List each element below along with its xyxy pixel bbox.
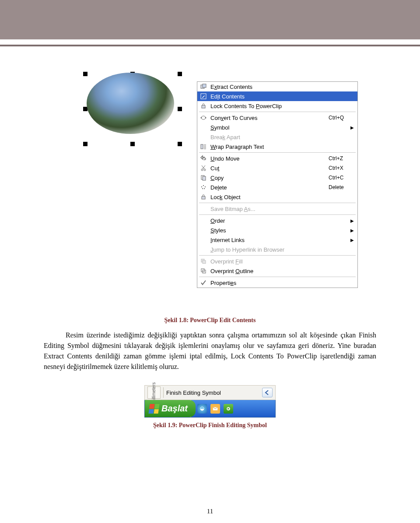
menu-item: Jump to Hyperlink in Browser bbox=[197, 245, 357, 254]
menu-item[interactable]: DeleteDelete bbox=[197, 183, 357, 192]
svg-point-12 bbox=[201, 169, 203, 171]
svg-rect-15 bbox=[203, 176, 206, 180]
start-button[interactable]: Başlat bbox=[145, 400, 196, 417]
clipped-image[interactable] bbox=[87, 73, 174, 134]
submenu-arrow-icon: ▶ bbox=[349, 218, 354, 223]
menu-item-label: Jump to Hyperlink in Browser bbox=[210, 246, 354, 253]
svg-rect-20 bbox=[204, 188, 205, 189]
selection-handle[interactable] bbox=[178, 107, 182, 111]
submenu-arrow-icon: ▶ bbox=[349, 238, 354, 242]
menu-item[interactable]: CutCtrl+X bbox=[197, 163, 357, 173]
selection-handle[interactable] bbox=[83, 72, 88, 76]
page-number: 11 bbox=[0, 508, 420, 515]
menu-item[interactable]: Styles▶ bbox=[197, 225, 357, 235]
menu-item-label: Wrap Paragraph Text bbox=[210, 144, 354, 150]
menu-item: Save Bitmap As... bbox=[197, 204, 357, 214]
menu-item-label: Save Bitmap As... bbox=[210, 206, 354, 212]
menu-item-label: Lock Object bbox=[210, 194, 354, 200]
lockobj-icon bbox=[199, 193, 208, 201]
menu-item-label: Cut bbox=[210, 165, 326, 172]
menu-item-label: Convert To Curves bbox=[210, 115, 326, 121]
email-icon[interactable] bbox=[210, 404, 220, 414]
start-label: Başlat bbox=[161, 404, 188, 414]
ie-icon[interactable] bbox=[197, 404, 207, 414]
context-menu: Extract ContentsEdit ContentsLock Conten… bbox=[197, 81, 358, 288]
menu-item-label: Order bbox=[210, 218, 346, 224]
menu-separator bbox=[199, 255, 356, 256]
menu-item-label: Overprint Fill bbox=[210, 258, 354, 265]
menu-icon-empty bbox=[199, 236, 208, 244]
menu-icon-empty bbox=[199, 226, 208, 234]
menu-item[interactable]: Internet Links▶ bbox=[197, 235, 357, 245]
selection-handle[interactable] bbox=[178, 142, 182, 146]
undo-icon bbox=[199, 154, 208, 162]
menu-item[interactable]: Edit Contents bbox=[197, 91, 357, 101]
svg-rect-7 bbox=[201, 144, 203, 149]
page-content: Extract ContentsEdit ContentsLock Conten… bbox=[0, 46, 420, 429]
menu-item[interactable]: Overprint Outline bbox=[197, 266, 357, 276]
selection-handle[interactable] bbox=[178, 72, 182, 76]
menu-item[interactable]: Undo MoveCtrl+Z bbox=[197, 154, 357, 163]
menu-item-shortcut: Ctrl+Q bbox=[329, 115, 354, 121]
svg-rect-18 bbox=[205, 186, 206, 187]
quick-launch bbox=[191, 400, 275, 417]
menu-item[interactable]: Wrap Paragraph Text bbox=[197, 142, 357, 151]
page-header-band bbox=[0, 0, 420, 39]
svg-point-5 bbox=[201, 117, 202, 119]
toolbar-divider bbox=[163, 387, 164, 398]
menu-item[interactable]: Symbol▶ bbox=[197, 123, 357, 132]
menu-item[interactable]: Lock Contents To PowerClip bbox=[197, 101, 357, 111]
menu-item-shortcut: Delete bbox=[329, 184, 354, 190]
svg-rect-21 bbox=[202, 197, 205, 199]
menu-item-label: Styles bbox=[210, 227, 346, 234]
menu-icon-empty bbox=[199, 205, 208, 213]
svg-rect-23 bbox=[203, 260, 206, 263]
menu-icon-empty bbox=[199, 123, 208, 131]
menu-item[interactable]: Order▶ bbox=[197, 216, 357, 225]
cut-icon bbox=[199, 164, 208, 172]
menu-item[interactable]: Lock Object bbox=[197, 192, 357, 202]
menu-item[interactable]: Properties bbox=[197, 278, 357, 288]
finish-editing-toolbar: millimeters Finish Editing Symbol bbox=[144, 385, 276, 400]
finish-editing-button[interactable] bbox=[262, 388, 273, 397]
menu-item-label: Extract Contents bbox=[210, 84, 354, 90]
figure-1-caption: Şekil 1.8: PowerClip Edit Contents bbox=[44, 317, 376, 324]
svg-rect-16 bbox=[201, 186, 202, 187]
menu-icon-empty bbox=[199, 133, 208, 141]
menu-separator bbox=[199, 152, 356, 153]
menu-item: Break Apart bbox=[197, 132, 357, 142]
selection-handle[interactable] bbox=[130, 142, 135, 146]
svg-rect-17 bbox=[203, 185, 204, 186]
svg-rect-19 bbox=[202, 188, 203, 189]
menu-item-label: Properties bbox=[210, 280, 354, 286]
menu-item[interactable]: Convert To CurvesCtrl+Q bbox=[197, 113, 357, 123]
figure-2-caption: Şekil 1.9: PowerClip Finish Editing Symb… bbox=[44, 422, 376, 429]
menu-separator bbox=[199, 203, 356, 203]
menu-item-label: Break Apart bbox=[210, 134, 354, 140]
menu-item[interactable]: CopyCtrl+C bbox=[197, 173, 357, 183]
menu-item-label: Undo Move bbox=[210, 155, 326, 162]
svg-rect-1 bbox=[203, 84, 206, 88]
selection-handle[interactable] bbox=[83, 142, 88, 146]
menu-item-label: Copy bbox=[210, 175, 326, 181]
menu-separator bbox=[199, 277, 356, 277]
media-icon[interactable] bbox=[224, 404, 233, 414]
windows-flag-icon bbox=[148, 404, 159, 414]
finish-editing-label: Finish Editing Symbol bbox=[166, 390, 259, 396]
body-paragraph: Resim üzerinde istediğimiz değişikliği y… bbox=[44, 330, 376, 372]
menu-icon-empty bbox=[199, 246, 208, 253]
menu-item: Overprint Fill bbox=[197, 256, 357, 266]
menu-item-shortcut: Ctrl+X bbox=[329, 165, 354, 171]
menu-item[interactable]: Extract Contents bbox=[197, 82, 357, 91]
edit-icon bbox=[199, 92, 208, 100]
back-arrow-icon bbox=[264, 389, 271, 396]
submenu-arrow-icon: ▶ bbox=[349, 228, 354, 233]
svg-point-13 bbox=[204, 169, 206, 171]
menu-icon-empty bbox=[199, 217, 208, 225]
menu-item-label: Internet Links bbox=[210, 237, 346, 243]
submenu-arrow-icon: ▶ bbox=[349, 125, 354, 130]
menu-separator bbox=[199, 214, 356, 215]
menu-separator bbox=[199, 112, 356, 112]
opoutline-icon bbox=[199, 267, 208, 275]
menu-item-label: Lock Contents To PowerClip bbox=[210, 103, 354, 109]
